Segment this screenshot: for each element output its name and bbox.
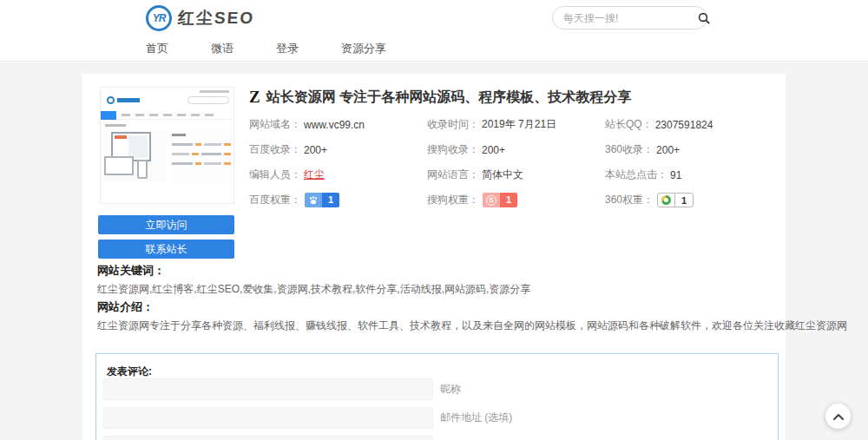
site-thumbnail[interactable] [100,87,234,204]
field-baidu-weight: 百度权重： 1 [249,187,427,213]
content-background: Z 站长资源网 专注于各种网站源码、程序模板、技术教程分享 网站域名： www.… [0,62,868,440]
360-weight-badge: 1 [657,193,694,207]
field-sogou-included: 搜狗收录： 200+ [427,137,605,162]
nav-item-login[interactable]: 登录 [276,41,299,56]
site-logo[interactable]: YR 红尘SEO [146,4,254,32]
thumbnail-top-links [200,90,229,93]
keywords-text: 红尘资源网,红尘博客,红尘SEO,爱收集,资源网,技术教程,软件分享,活动线报,… [97,282,530,297]
main-nav: 首页 微语 登录 资源分享 [0,36,868,62]
search-box[interactable] [552,6,707,30]
logo-yr-icon: YR [146,5,172,31]
field-editor: 编辑人员： 红尘 [249,162,427,187]
contact-webmaster-button[interactable]: 联系站长 [98,240,234,259]
search-icon[interactable] [698,12,710,24]
nickname-label: 昵称 [440,382,461,397]
site-detail-card: Z 站长资源网 专注于各种网站源码、程序模板、技术教程分享 网站域名： www.… [82,74,786,440]
editor-link[interactable]: 红尘 [304,167,325,182]
site-title-text: 站长资源网 专注于各种网站源码、程序模板、技术教程分享 [266,89,631,107]
keywords-heading: 网站关键词： [97,263,165,279]
page: YR 红尘SEO 首页 微语 登录 资源分享 [0,0,868,440]
nickname-input[interactable] [103,378,433,400]
email-input[interactable] [103,407,433,429]
nav-item-weiyu[interactable]: 微语 [211,41,233,56]
thumbnail-article-list [170,130,233,182]
field-site-domain: 网站域名： www.vc99.cn [249,112,427,137]
site-info-grid: 网站域名： www.vc99.cn 收录时间： 2019年 7月21日 站长QQ… [249,112,775,213]
nav-item-resource-share[interactable]: 资源分享 [341,41,386,56]
page-title: Z 站长资源网 专注于各种网站源码、程序模板、技术教程分享 [249,88,631,107]
back-to-top-button[interactable] [825,404,851,429]
baidu-paw-icon [305,193,322,207]
visit-now-button[interactable]: 立即访问 [98,215,234,234]
field-360-included: 360收录： 200+ [605,137,775,162]
homepage-input[interactable] [103,436,433,440]
360-ring-icon [658,194,675,207]
intro-heading: 网站介绍： [97,299,154,315]
thumbnail-hero-image [104,130,167,182]
field-included-date: 收录时间： 2019年 7月21日 [427,112,605,137]
comment-email-row: 邮件地址 (选填) [103,407,512,429]
field-360-weight: 360权重： 1 [605,187,775,213]
thumbnail-category-label [105,124,126,127]
thumbnail-logo [107,96,140,104]
intro-text: 红尘资源网专注于分享各种资源、福利线报、赚钱线报、软件工具、技术教程，以及来自全… [97,319,847,333]
search-input[interactable] [563,12,698,24]
comment-form-title: 发表评论: [107,364,152,379]
comment-homepage-row: 个人主页 (选填) [103,436,512,440]
field-total-clicks: 本站总点击： 91 [605,162,775,187]
logo-text: 红尘SEO [177,7,255,30]
site-favicon: Z [249,88,260,107]
chevron-up-icon [833,413,844,420]
nav-item-home[interactable]: 首页 [146,41,168,56]
baidu-weight-badge: 1 [305,193,339,207]
comment-form: 发表评论: 昵称 邮件地址 (选填) 个人主页 (选填) [95,353,779,440]
thumbnail-nav [101,111,234,120]
field-baidu-included: 百度收录： 200+ [249,137,427,162]
field-language: 网站语言： 简体中文 [427,162,605,187]
sogou-weight-badge: S 1 [483,193,517,207]
sogou-s-icon: S [483,193,500,207]
comment-nickname-row: 昵称 [103,378,461,400]
thumbnail-search [187,96,229,104]
email-label: 邮件地址 (选填) [440,410,512,425]
top-header: YR 红尘SEO [0,0,868,36]
field-webmaster-qq: 站长QQ： 2307591824 [605,112,775,137]
field-sogou-weight: 搜狗权重： S 1 [427,187,605,213]
